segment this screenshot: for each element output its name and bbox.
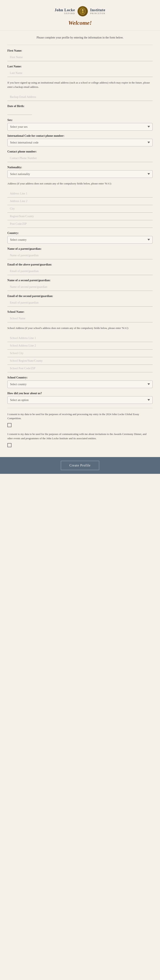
sex-group: Sex: Select your sex Male Female Other P… <box>7 119 153 130</box>
school-name-input[interactable] <box>7 315 153 322</box>
parent1-name-input[interactable] <box>7 252 153 259</box>
country-select[interactable]: Select country United Kingdom United Sta… <box>7 236 153 243</box>
address-info: Address (if your address does not contai… <box>7 181 153 186</box>
parent2-name-group: Name of a second parent/guardian: <box>7 279 153 291</box>
consent1-wrapper <box>7 423 153 427</box>
parent1-email-label: Email of the above parent/guardian: <box>7 263 153 266</box>
nationality-label: Nationality: <box>7 166 153 169</box>
logo-sub-left: OXFORD <box>54 12 75 14</box>
school-address-line1-input[interactable] <box>7 334 153 342</box>
logo-emblem <box>78 6 88 16</box>
nationality-select[interactable]: Select nationality British American Aust… <box>7 170 153 178</box>
hear-about-group: How did you hear about us? Select an opt… <box>7 392 153 404</box>
address-postcode-input[interactable] <box>7 220 153 228</box>
header: John Locke OXFORD Institute PRINCETON We… <box>0 0 160 30</box>
phone-code-label: International Code for contact phone num… <box>7 134 153 138</box>
parent2-name-label: Name of a second parent/guardian: <box>7 279 153 282</box>
parent1-name-group: Name of a parent/guardian: <box>7 247 153 259</box>
address-city-input[interactable] <box>7 205 153 213</box>
main-content: Please complete your profile by entering… <box>0 30 160 457</box>
country-label: Country: <box>7 231 153 235</box>
school-city-input[interactable] <box>7 350 153 357</box>
backup-email-info: If you have signed up using an instituti… <box>7 81 153 89</box>
phone-number-input[interactable] <box>7 154 153 162</box>
parent2-name-input[interactable] <box>7 283 153 291</box>
page-wrapper: John Locke OXFORD Institute PRINCETON We… <box>0 0 160 474</box>
consent2-checkbox[interactable] <box>7 443 11 447</box>
school-country-select[interactable]: Select country United Kingdom United Sta… <box>7 380 153 388</box>
submit-bar: Create Profile <box>0 457 160 474</box>
first-name-group: First Name: <box>7 49 153 61</box>
school-address-fields <box>7 334 153 372</box>
parent2-email-input[interactable] <box>7 299 153 307</box>
parent1-name-label: Name of a parent/guardian: <box>7 247 153 251</box>
logo-name-right: Institute <box>90 8 106 12</box>
submit-button[interactable]: Create Profile <box>61 461 99 470</box>
first-name-input[interactable] <box>7 54 153 61</box>
dob-group: Date of Birth: <box>7 105 153 115</box>
logo-text-left: John Locke OXFORD <box>54 8 75 14</box>
address-region-input[interactable] <box>7 213 153 220</box>
consent1-checkbox[interactable] <box>7 423 11 427</box>
school-country-label: School Country: <box>7 376 153 379</box>
sex-label: Sex: <box>7 119 153 122</box>
intro-text: Please complete your profile by entering… <box>7 35 153 40</box>
parent2-email-label: Email of the second parent/guardian: <box>7 294 153 298</box>
last-name-label: Last Name: <box>7 65 153 68</box>
address-group: Address (if your address does not contai… <box>7 181 153 228</box>
divider-2 <box>7 408 153 408</box>
logo-name-left: John Locke <box>54 8 75 12</box>
school-region-input[interactable] <box>7 357 153 365</box>
phone-code-select[interactable]: Select international code +1 (USA/Canada… <box>7 139 153 146</box>
consent1-group: I consent to my data to be used for the … <box>7 412 153 427</box>
sex-select[interactable]: Select your sex Male Female Other Prefer… <box>7 123 153 130</box>
hear-about-label: How did you hear about us? <box>7 392 153 395</box>
first-name-label: First Name: <box>7 49 153 52</box>
backup-email-input[interactable] <box>7 93 153 101</box>
school-name-group: School Name: <box>7 310 153 322</box>
phone-number-label: Contact phone number: <box>7 150 153 153</box>
consent2-group: I consent to my data to be used for the … <box>7 432 153 447</box>
school-address-line2-input[interactable] <box>7 342 153 350</box>
parent1-email-input[interactable] <box>7 267 153 275</box>
logo-container: John Locke OXFORD Institute PRINCETON <box>4 6 156 16</box>
phone-code-group: International Code for contact phone num… <box>7 134 153 146</box>
school-postcode-input[interactable] <box>7 365 153 372</box>
school-address-group: School Address (if your school's address… <box>7 326 153 372</box>
school-country-group: School Country: Select country United Ki… <box>7 376 153 388</box>
phone-number-group: Contact phone number: <box>7 150 153 162</box>
consent1-text: I consent to my data to be used for the … <box>7 412 153 421</box>
address-line1-input[interactable] <box>7 190 153 197</box>
address-line2-input[interactable] <box>7 197 153 205</box>
dob-label: Date of Birth: <box>7 105 153 108</box>
school-name-label: School Name: <box>7 310 153 313</box>
svg-point-3 <box>82 10 83 10</box>
parent2-email-group: Email of the second parent/guardian: <box>7 294 153 307</box>
hear-about-select[interactable]: Select an option Friend School Social Me… <box>7 396 153 404</box>
logo-sub-right: PRINCETON <box>90 12 106 14</box>
last-name-group: Last Name: <box>7 65 153 77</box>
country-group: Country: Select country United Kingdom U… <box>7 231 153 243</box>
dob-input[interactable] <box>7 109 32 115</box>
last-name-input[interactable] <box>7 69 153 77</box>
school-address-info: School Address (if your school's address… <box>7 326 153 330</box>
svg-rect-2 <box>82 11 84 13</box>
parent1-email-group: Email of the above parent/guardian: <box>7 263 153 275</box>
nationality-group: Nationality: Select nationality British … <box>7 166 153 178</box>
logo-text-right: Institute PRINCETON <box>90 8 106 14</box>
address-fields <box>7 190 153 228</box>
page-title: Welcome! <box>4 20 156 26</box>
backup-email-group: If you have signed up using an instituti… <box>7 81 153 101</box>
consent2-wrapper <box>7 443 153 447</box>
consent2-text: I consent to my data to be used for the … <box>7 432 153 441</box>
